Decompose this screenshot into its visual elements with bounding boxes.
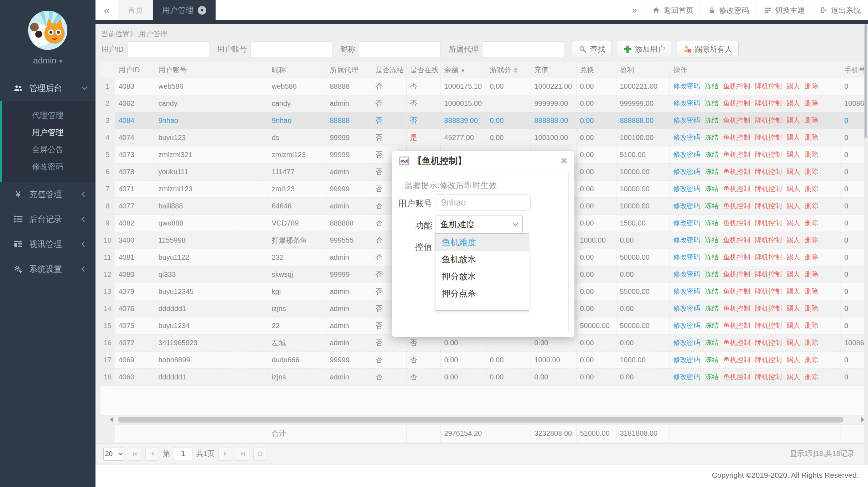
next-page-button[interactable] xyxy=(218,447,232,461)
col-nickname[interactable]: 昵称 xyxy=(268,62,326,78)
table-row[interactable]: 24062candycandyadmin否否1000015.00999999.0… xyxy=(100,95,868,112)
action-link-kick[interactable]: 踢人 xyxy=(787,322,800,329)
action-link-delete[interactable]: 删除 xyxy=(805,236,818,244)
collapse-tabs-right-button[interactable]: » xyxy=(624,0,645,20)
dropdown-option[interactable]: 押分点杀 xyxy=(435,285,529,302)
action-link-card-control[interactable]: 牌机控制 xyxy=(755,82,782,90)
action-link-freeze[interactable]: 冻结 xyxy=(705,116,719,124)
action-link-delete[interactable]: 删除 xyxy=(805,373,818,380)
action-link-changepw[interactable]: 修改密码 xyxy=(673,356,701,363)
action-link-delete[interactable]: 删除 xyxy=(805,253,818,261)
close-tab-icon[interactable]: × xyxy=(198,6,206,15)
action-link-delete[interactable]: 删除 xyxy=(805,168,818,175)
collapse-tabs-left-button[interactable]: « xyxy=(95,0,118,20)
scrollbar-track[interactable] xyxy=(115,415,859,424)
action-link-fish-control[interactable]: 鱼机控制 xyxy=(723,373,750,380)
action-link-fish-control[interactable]: 鱼机控制 xyxy=(723,151,750,158)
action-link-kick[interactable]: 踢人 xyxy=(787,219,800,227)
action-link-delete[interactable]: 删除 xyxy=(805,339,818,346)
action-link-delete[interactable]: 删除 xyxy=(805,82,818,90)
col-balance[interactable]: 余额▼ xyxy=(440,62,486,78)
action-link-freeze[interactable]: 冻结 xyxy=(705,185,719,192)
action-link-fish-control[interactable]: 鱼机控制 xyxy=(723,116,750,124)
action-link-fish-control[interactable]: 鱼机控制 xyxy=(723,99,750,107)
col-userid[interactable]: 用户ID xyxy=(115,62,155,78)
userid-input[interactable] xyxy=(127,41,209,57)
action-link-card-control[interactable]: 牌机控制 xyxy=(755,116,782,124)
action-link-card-control[interactable]: 牌机控制 xyxy=(755,134,782,141)
action-link-changepw[interactable]: 修改密码 xyxy=(673,305,701,312)
action-link-kick[interactable]: 踢人 xyxy=(787,82,800,90)
last-page-button[interactable] xyxy=(236,447,249,461)
action-link-fish-control[interactable]: 鱼机控制 xyxy=(723,322,750,329)
action-link-delete[interactable]: 删除 xyxy=(805,116,818,124)
action-link-changepw[interactable]: 修改密码 xyxy=(673,253,701,261)
action-link-changepw[interactable]: 修改密码 xyxy=(673,339,701,346)
action-link-changepw[interactable]: 修改密码 xyxy=(673,219,701,227)
sidebar-subitem[interactable]: 全屏公告 xyxy=(2,141,95,158)
scrollbar-thumb[interactable] xyxy=(118,417,843,423)
add-user-button[interactable]: 添加用户 xyxy=(617,41,671,57)
action-link-freeze[interactable]: 冻结 xyxy=(705,82,719,90)
action-link-freeze[interactable]: 冻结 xyxy=(705,356,719,363)
sidebar-subitem[interactable]: 修改密码 xyxy=(2,158,95,175)
action-link-fish-control[interactable]: 鱼机控制 xyxy=(723,134,750,141)
col-agent[interactable]: 所属代理 xyxy=(326,62,372,78)
action-link-card-control[interactable]: 牌机控制 xyxy=(755,373,782,380)
action-link-kick[interactable]: 踢人 xyxy=(787,168,800,175)
action-link-kick[interactable]: 踢人 xyxy=(787,305,800,312)
action-link-fish-control[interactable]: 鱼机控制 xyxy=(723,82,750,90)
dropdown-option[interactable]: 鱼机难度 xyxy=(435,234,529,251)
col-recharge[interactable]: 充值 xyxy=(531,62,576,78)
action-link-kick[interactable]: 踢人 xyxy=(787,134,800,141)
col-profit[interactable]: 盈利 xyxy=(616,62,670,78)
action-link-fish-control[interactable]: 鱼机控制 xyxy=(723,236,750,244)
close-icon[interactable]: × xyxy=(560,155,567,166)
col-exchange[interactable]: 兑换 xyxy=(576,62,616,78)
action-link-freeze[interactable]: 冻结 xyxy=(705,151,719,158)
action-link-delete[interactable]: 删除 xyxy=(805,270,818,278)
kick-all-button[interactable]: 踢除所有人 xyxy=(677,41,739,57)
action-link-fish-control[interactable]: 鱼机控制 xyxy=(723,253,750,261)
change-password-button[interactable]: 修改密码 xyxy=(701,0,756,20)
action-link-fish-control[interactable]: 鱼机控制 xyxy=(723,219,750,227)
action-link-freeze[interactable]: 冻结 xyxy=(705,99,719,107)
sidebar-item-admin-root[interactable]: 管理后台 xyxy=(0,75,95,101)
action-link-changepw[interactable]: 修改密码 xyxy=(673,99,701,107)
action-link-delete[interactable]: 删除 xyxy=(805,151,818,158)
action-link-card-control[interactable]: 牌机控制 xyxy=(755,305,782,312)
action-link-card-control[interactable]: 牌机控制 xyxy=(755,202,782,209)
sort-descending-icon[interactable]: ▼ xyxy=(461,68,465,73)
scroll-left-icon[interactable] xyxy=(110,417,113,422)
action-link-freeze[interactable]: 冻结 xyxy=(705,168,719,175)
logout-button[interactable]: 退出系统 xyxy=(812,0,868,20)
table-row[interactable]: 14083web586web58688888否否1000175.100.0010… xyxy=(100,78,868,95)
action-link-kick[interactable]: 踢人 xyxy=(787,202,800,209)
action-link-fish-control[interactable]: 鱼机控制 xyxy=(723,185,750,192)
action-link-freeze[interactable]: 冻结 xyxy=(705,219,719,227)
sidebar-item-video[interactable]: 视讯管理 xyxy=(0,232,95,257)
action-link-freeze[interactable]: 冻结 xyxy=(705,134,719,141)
sort-icon[interactable] xyxy=(513,67,518,73)
first-page-button[interactable] xyxy=(128,447,141,461)
action-link-delete[interactable]: 删除 xyxy=(805,219,818,227)
action-link-delete[interactable]: 删除 xyxy=(805,99,818,107)
action-link-card-control[interactable]: 牌机控制 xyxy=(755,99,782,107)
action-link-card-control[interactable]: 牌机控制 xyxy=(755,356,782,363)
action-link-delete[interactable]: 删除 xyxy=(805,202,818,209)
action-link-card-control[interactable]: 牌机控制 xyxy=(755,253,782,261)
action-link-changepw[interactable]: 修改密码 xyxy=(673,185,701,192)
dropdown-option[interactable]: 鱼机放水 xyxy=(435,251,529,268)
col-account[interactable]: 用户账号 xyxy=(155,62,268,78)
agent-input[interactable] xyxy=(482,41,564,57)
action-link-kick[interactable]: 踢人 xyxy=(787,356,800,363)
action-link-fish-control[interactable]: 鱼机控制 xyxy=(723,287,750,295)
action-link-kick[interactable]: 踢人 xyxy=(787,339,800,346)
sidebar-subitem[interactable]: 用户管理 xyxy=(2,124,95,141)
action-link-kick[interactable]: 踢人 xyxy=(787,253,800,261)
sidebar-subitem[interactable]: 代理管理 xyxy=(2,107,95,124)
prev-page-button[interactable] xyxy=(145,447,159,461)
back-home-button[interactable]: 返回首页 xyxy=(645,0,701,20)
action-link-card-control[interactable]: 牌机控制 xyxy=(755,185,782,192)
action-link-changepw[interactable]: 修改密码 xyxy=(673,236,701,244)
